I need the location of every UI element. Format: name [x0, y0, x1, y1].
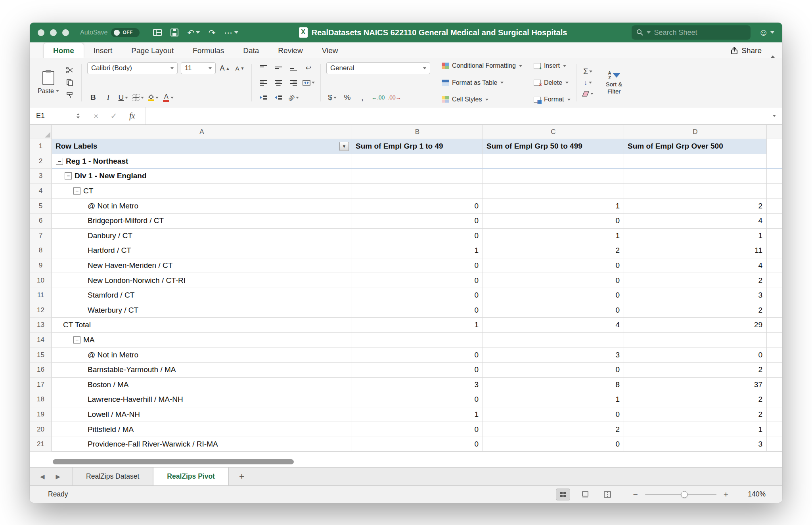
- cell-c11[interactable]: 0: [483, 288, 624, 303]
- insert-cells-button[interactable]: + Insert: [534, 62, 571, 69]
- bold-button[interactable]: B: [87, 92, 99, 103]
- cell-c10[interactable]: 0: [483, 273, 624, 288]
- cell-b20[interactable]: 0: [352, 422, 483, 437]
- collapse-button[interactable]: −: [56, 158, 63, 165]
- align-top-button[interactable]: [257, 62, 269, 73]
- cell-b15[interactable]: 0: [352, 347, 483, 363]
- cell-c18[interactable]: 1: [483, 392, 624, 407]
- cell-a4[interactable]: −CT: [52, 184, 352, 199]
- cell-d11[interactable]: 3: [624, 288, 767, 303]
- wrap-text-button[interactable]: ↩: [303, 62, 314, 73]
- cancel-icon[interactable]: ×: [94, 111, 98, 121]
- merge-center-button[interactable]: [303, 77, 315, 88]
- tab-home[interactable]: Home: [43, 43, 84, 58]
- cell-d6[interactable]: 4: [624, 214, 767, 229]
- formula-input[interactable]: [146, 107, 773, 124]
- align-bottom-button[interactable]: [287, 62, 299, 73]
- add-sheet-button[interactable]: +: [229, 468, 255, 485]
- copy-button[interactable]: [64, 77, 76, 88]
- cell-e5[interactable]: [767, 199, 782, 214]
- orientation-button[interactable]: ab: [287, 92, 299, 103]
- zoom-window-button[interactable]: [62, 29, 69, 36]
- paste-button[interactable]: Paste: [38, 71, 59, 95]
- cell-c3[interactable]: [483, 169, 624, 184]
- zoom-slider-thumb[interactable]: [681, 491, 688, 498]
- cell-b11[interactable]: 0: [352, 288, 483, 303]
- cell-c19[interactable]: 0: [483, 407, 624, 422]
- cell-b13[interactable]: 1: [352, 318, 483, 333]
- row-number-11[interactable]: 11: [30, 288, 52, 303]
- cell-b7[interactable]: 0: [352, 229, 483, 244]
- tab-formulas[interactable]: Formulas: [183, 43, 234, 58]
- column-header-a[interactable]: A: [52, 125, 352, 139]
- format-painter-button[interactable]: [64, 90, 76, 101]
- collapse-button[interactable]: −: [65, 172, 72, 179]
- cell-a3[interactable]: −Div 1 - New England: [52, 169, 352, 184]
- cell-c21[interactable]: 0: [483, 437, 624, 452]
- cell-d14[interactable]: [624, 333, 767, 348]
- previous-sheet-icon[interactable]: ◀: [40, 473, 45, 480]
- row-number-19[interactable]: 19: [30, 407, 52, 422]
- cell-d18[interactable]: 2: [624, 392, 767, 407]
- cell-d7[interactable]: 1: [624, 229, 767, 244]
- search-input[interactable]: Search Sheet: [632, 25, 751, 40]
- cell-e16[interactable]: [767, 363, 782, 378]
- cell-a20[interactable]: Pittsfield / MA: [52, 422, 352, 437]
- cell-d5[interactable]: 2: [624, 199, 767, 214]
- borders-button[interactable]: [132, 92, 144, 103]
- cell-d12[interactable]: 2: [624, 303, 767, 318]
- next-sheet-icon[interactable]: ▶: [56, 473, 61, 480]
- column-header-e[interactable]: [767, 125, 782, 139]
- row-number-12[interactable]: 12: [30, 303, 52, 318]
- zoom-level[interactable]: 140%: [743, 490, 766, 498]
- cell-d21[interactable]: 3: [624, 437, 767, 452]
- column-header-b[interactable]: B: [352, 125, 483, 139]
- sheet-tab-realzips-pivot[interactable]: RealZips Pivot: [153, 468, 229, 485]
- cell-e21[interactable]: [767, 437, 782, 452]
- cell-a2[interactable]: −Reg 1 - Northeast: [52, 154, 352, 169]
- save-button[interactable]: [170, 29, 178, 36]
- autosum-button[interactable]: Σ: [582, 66, 594, 77]
- cell-a19[interactable]: Lowell / MA-NH: [52, 407, 352, 422]
- cell-d16[interactable]: 2: [624, 363, 767, 378]
- shrink-font-button[interactable]: A▼: [234, 63, 246, 74]
- zoom-slider[interactable]: [645, 494, 716, 495]
- cell-d3[interactable]: [624, 169, 767, 184]
- cell-c1[interactable]: Sum of Empl Grp 50 to 499: [483, 139, 624, 154]
- conditional-formatting-button[interactable]: Conditional Formatting: [442, 62, 522, 69]
- normal-view-button[interactable]: [556, 489, 570, 500]
- tab-review[interactable]: Review: [268, 43, 312, 58]
- underline-button[interactable]: U: [117, 92, 129, 103]
- cell-a17[interactable]: Boston / MA: [52, 378, 352, 393]
- row-number-13[interactable]: 13: [30, 318, 52, 333]
- percent-format-button[interactable]: %: [341, 92, 353, 103]
- cell-c7[interactable]: 1: [483, 229, 624, 244]
- page-layout-view-button[interactable]: [578, 489, 592, 500]
- cell-e14[interactable]: [767, 333, 782, 348]
- decrease-indent-button[interactable]: [257, 92, 269, 103]
- comma-format-button[interactable]: ,: [356, 92, 368, 103]
- tab-view[interactable]: View: [312, 43, 348, 58]
- horizontal-scrollbar[interactable]: [53, 459, 294, 464]
- row-number-2[interactable]: 2: [30, 154, 52, 169]
- cell-b19[interactable]: 1: [352, 407, 483, 422]
- enter-icon[interactable]: ✓: [110, 111, 117, 121]
- cell-a11[interactable]: Stamford / CT: [52, 288, 352, 303]
- cell-a7[interactable]: Danbury / CT: [52, 229, 352, 244]
- row-number-16[interactable]: 16: [30, 363, 52, 378]
- cell-a18[interactable]: Lawrence-Haverhill / MA-NH: [52, 392, 352, 407]
- font-family-select[interactable]: Calibri (Body): [87, 62, 178, 74]
- collapse-ribbon-icon[interactable]: [770, 55, 775, 58]
- align-left-button[interactable]: [257, 77, 269, 88]
- cell-b1[interactable]: Sum of Empl Grp 1 to 49: [352, 139, 483, 154]
- tab-data[interactable]: Data: [234, 43, 268, 58]
- increase-decimal-button[interactable]: ←.00: [372, 92, 385, 103]
- cell-b2[interactable]: [352, 154, 483, 169]
- row-number-4[interactable]: 4: [30, 184, 52, 199]
- delete-cells-button[interactable]: × Delete: [534, 79, 571, 86]
- cell-d19[interactable]: 2: [624, 407, 767, 422]
- filter-button[interactable]: ▼: [339, 142, 349, 151]
- cut-button[interactable]: [64, 65, 76, 76]
- cell-a12[interactable]: Waterbury / CT: [52, 303, 352, 318]
- cell-e3[interactable]: [767, 169, 782, 184]
